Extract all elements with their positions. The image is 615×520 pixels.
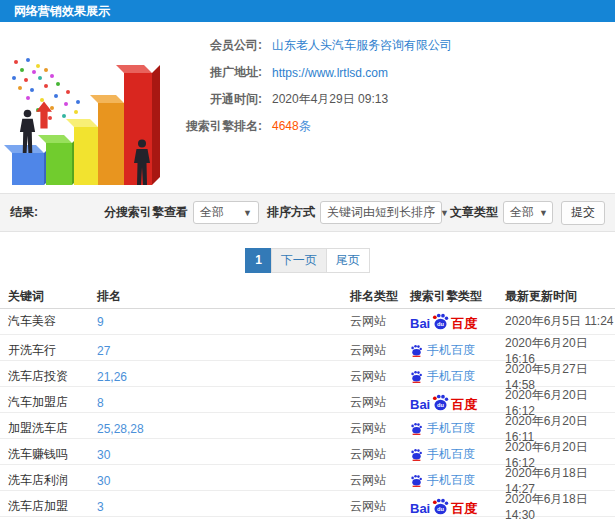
keyword-cell: 开洗车行 xyxy=(8,342,97,359)
table-row: 开洗车行 27 云网站 手机百度 2020年6月20日 16:16 xyxy=(0,335,615,361)
baidu-paw-icon xyxy=(410,422,423,435)
rank-link[interactable]: 27 xyxy=(97,344,350,358)
table-row: 洗车赚钱吗 30 云网站 手机百度 2020年6月20日 16:12 xyxy=(0,439,615,465)
rank-table: 关键词 排名 排名类型 搜索引擎类型 最新更新时间 汽车美容 9 云网站 Bai… xyxy=(0,285,615,517)
engine-cell: 手机百度 xyxy=(410,420,505,437)
mobile-baidu-badge: 手机百度 xyxy=(410,446,475,463)
info-row-opened: 开通时间: 2020年4月29日 09:13 xyxy=(172,86,452,113)
mobile-baidu-badge: 手机百度 xyxy=(410,420,475,437)
rank-link[interactable]: 21,26 xyxy=(97,370,350,384)
table-row: 汽车加盟店 8 云网站 Bai du 百度 2020年6月20日 16:12 xyxy=(0,387,615,413)
baidu-logo: Bai du 百度 xyxy=(410,394,477,411)
info-row-company: 会员公司: 山东老人头汽车服务咨询有限公司 xyxy=(172,32,452,59)
info-row-url: 推广地址: https://www.lrtlsd.com xyxy=(172,59,452,86)
keyword-cell: 洗车店利润 xyxy=(8,472,97,489)
header-rank-type: 排名类型 xyxy=(350,288,410,305)
mobile-baidu-badge: 手机百度 xyxy=(410,342,475,359)
promo-url-link[interactable]: https://www.lrtlsd.com xyxy=(272,66,388,80)
table-body: 汽车美容 9 云网站 Bai du 百度 2020年6月5日 11:24 开洗车… xyxy=(0,309,615,517)
engine-cell: Bai du 百度 xyxy=(410,313,505,330)
company-label: 会员公司: xyxy=(172,37,262,54)
last-page-button[interactable]: 尾页 xyxy=(326,248,370,273)
baidu-paw-icon: du xyxy=(431,394,450,411)
keyword-cell: 汽车加盟店 xyxy=(8,394,97,411)
pagination: 1 下一页 尾页 xyxy=(0,248,615,273)
rank-type-cell: 云网站 xyxy=(350,394,410,411)
engine-filter-select[interactable]: 全部 ▼ xyxy=(193,201,259,224)
svg-text:du: du xyxy=(437,506,444,512)
filter-bar: 结果: 分搜索引擎查看 全部 ▼ 排序方式 关键词由短到长排序 ▼ 文章类型 全… xyxy=(0,193,615,232)
mobile-baidu-label: 手机百度 xyxy=(427,342,475,359)
marketing-chart-illustration xyxy=(0,22,185,192)
rank-count-label: 搜索引擎排名: xyxy=(172,118,262,135)
table-row: 汽车美容 9 云网站 Bai du 百度 2020年6月5日 11:24 xyxy=(0,309,615,335)
rank-link[interactable]: 30 xyxy=(97,474,350,488)
engine-cell: 手机百度 xyxy=(410,446,505,463)
article-type-select[interactable]: 全部 ▼ xyxy=(503,201,553,224)
keyword-cell: 汽车美容 xyxy=(8,313,97,330)
rank-type-cell: 云网站 xyxy=(350,368,410,385)
baidu-logo-suffix: 百度 xyxy=(451,502,477,515)
submit-button[interactable]: 提交 xyxy=(561,201,605,225)
engine-cell: Bai du 百度 xyxy=(410,498,505,515)
baidu-paw-icon xyxy=(410,448,423,461)
baidu-paw-icon xyxy=(410,344,423,357)
baidu-logo-prefix: Bai xyxy=(410,502,430,515)
header-rank: 排名 xyxy=(97,288,350,305)
engine-cell: 手机百度 xyxy=(410,342,505,359)
mobile-baidu-badge: 手机百度 xyxy=(410,472,475,489)
rank-link[interactable]: 3 xyxy=(97,500,350,514)
mobile-baidu-label: 手机百度 xyxy=(427,446,475,463)
rank-count-number: 4648 xyxy=(272,119,299,133)
growth-arrow-icon xyxy=(36,100,52,130)
member-info: 会员公司: 山东老人头汽车服务咨询有限公司 推广地址: https://www.… xyxy=(172,32,452,140)
chevron-down-icon: ▼ xyxy=(539,208,548,218)
engine-cell: Bai du 百度 xyxy=(410,394,505,411)
bar-blue xyxy=(12,153,44,185)
svg-text:du: du xyxy=(437,321,444,327)
header-updated: 最新更新时间 xyxy=(505,288,615,305)
engine-cell: 手机百度 xyxy=(410,472,505,489)
rank-link[interactable]: 30 xyxy=(97,448,350,462)
header-engine-type: 搜索引擎类型 xyxy=(410,288,505,305)
page-button-current[interactable]: 1 xyxy=(245,248,272,273)
bar-yellow xyxy=(74,127,98,185)
rank-count-value[interactable]: 4648条 xyxy=(272,118,311,135)
rank-link[interactable]: 25,28,28 xyxy=(97,422,350,436)
opened-time: 2020年4月29日 09:13 xyxy=(272,91,388,108)
rank-type-cell: 云网站 xyxy=(350,420,410,437)
engine-cell: 手机百度 xyxy=(410,368,505,385)
header-keyword: 关键词 xyxy=(8,288,97,305)
page-title: 网络营销效果展示 xyxy=(0,0,615,22)
table-row: 洗车店加盟 3 云网站 Bai du 百度 2020年6月18日 14:30 xyxy=(0,491,615,517)
table-row: 洗车店利润 30 云网站 手机百度 2020年6月18日 14:27 xyxy=(0,465,615,491)
rank-type-cell: 云网站 xyxy=(350,498,410,515)
baidu-logo-prefix: Bai xyxy=(410,317,430,330)
sort-label: 排序方式 xyxy=(267,204,315,221)
table-row: 洗车店投资 21,26 云网站 手机百度 2020年5月27日 14:58 xyxy=(0,361,615,387)
result-label: 结果: xyxy=(10,204,38,221)
baidu-paw-icon xyxy=(410,474,423,487)
keyword-cell: 洗车赚钱吗 xyxy=(8,446,97,463)
baidu-paw-icon: du xyxy=(431,498,450,515)
sort-select[interactable]: 关键词由短到长排序 ▼ xyxy=(320,201,442,224)
sort-value: 关键词由短到长排序 xyxy=(327,204,435,221)
table-row: 加盟洗车店 25,28,28 云网站 手机百度 2020年6月20日 16:11 xyxy=(0,413,615,439)
svg-text:du: du xyxy=(437,402,444,408)
next-page-button[interactable]: 下一页 xyxy=(271,248,327,273)
rank-type-cell: 云网站 xyxy=(350,472,410,489)
mobile-baidu-badge: 手机百度 xyxy=(410,368,475,385)
table-header-row: 关键词 排名 排名类型 搜索引擎类型 最新更新时间 xyxy=(0,285,615,309)
engine-filter-value: 全部 xyxy=(200,204,224,221)
rank-type-cell: 云网站 xyxy=(350,342,410,359)
rank-link[interactable]: 8 xyxy=(97,396,350,410)
company-link[interactable]: 山东老人头汽车服务咨询有限公司 xyxy=(272,37,452,54)
summary-section: 会员公司: 山东老人头汽车服务咨询有限公司 推广地址: https://www.… xyxy=(0,22,615,192)
updated-cell: 2020年6月5日 11:24 xyxy=(505,313,615,330)
baidu-paw-icon: du xyxy=(431,313,450,330)
promo-url-label: 推广地址: xyxy=(172,64,262,81)
title-bar: 网络营销效果展示 xyxy=(0,0,615,22)
article-type-label: 文章类型 xyxy=(450,204,498,221)
chevron-down-icon: ▼ xyxy=(243,208,252,218)
rank-link[interactable]: 9 xyxy=(97,315,350,329)
